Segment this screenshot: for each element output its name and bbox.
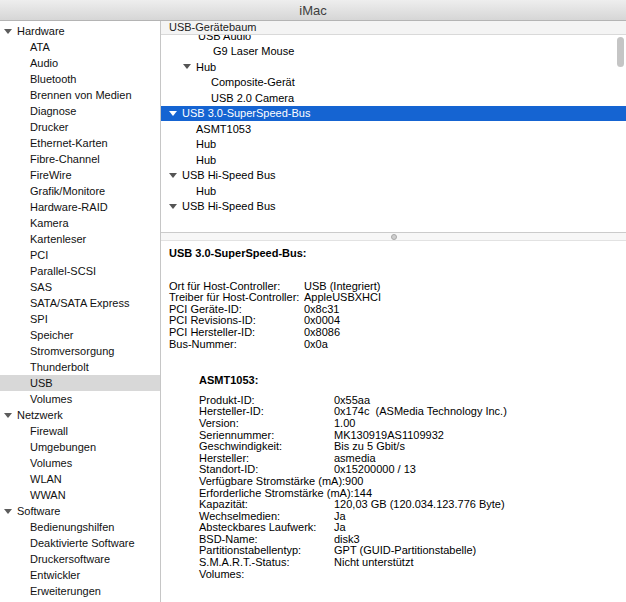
property-label: Volumes:	[199, 569, 334, 581]
sidebar-item-ethernet-karten[interactable]: Ethernet-Karten	[0, 135, 160, 151]
tree-row-label: Hub	[196, 138, 216, 150]
sidebar-item-spi[interactable]: SPI	[0, 311, 160, 327]
tree-row-label: ASMT1053	[196, 123, 251, 135]
sidebar-item-firewall[interactable]: Firewall	[0, 423, 160, 439]
disclosure-triangle-icon[interactable]	[183, 64, 191, 69]
property-label: Geschwindigkeit:	[199, 441, 334, 453]
tree-row-usb-audio[interactable]: USB Audio	[161, 35, 626, 44]
sidebar-item-ata[interactable]: ATA	[0, 39, 160, 55]
system-information-window: iMac Hardware ATA Audio Bluetooth Brenne…	[0, 0, 626, 602]
property-row: Verfügbare Stromstärke (mA): 900	[169, 476, 626, 488]
main-content: USB-Gerätebaum USB Audio G9 Laser Mouse …	[161, 21, 626, 602]
property-label: Bus-Nummer:	[169, 339, 304, 351]
tree-row-usb-hi-speed-bus-1[interactable]: USB Hi-Speed Bus	[161, 168, 626, 184]
property-row: Version: 1.00	[169, 418, 626, 430]
sidebar-item-drucker[interactable]: Drucker	[0, 119, 160, 135]
tree-row-usb-3-0-superspeed-bus[interactable]: USB 3.0-SuperSpeed-Bus	[161, 106, 626, 122]
sidebar-item-druckersoftware[interactable]: Druckersoftware	[0, 551, 160, 567]
disclosure-triangle-icon[interactable]	[4, 509, 12, 514]
sidebar-item-firewire[interactable]: FireWire	[0, 167, 160, 183]
tree-row-usb-hi-speed-bus-2[interactable]: USB Hi-Speed Bus	[161, 199, 626, 215]
sidebar-item-bedienungshilfen[interactable]: Bedienungshilfen	[0, 519, 160, 535]
tree-row-asmt1053[interactable]: ASMT1053	[161, 121, 626, 137]
property-label: PCI Hersteller-ID:	[169, 327, 304, 339]
tree-header: USB-Gerätebaum	[161, 21, 626, 35]
splitter-knob[interactable]	[391, 234, 397, 240]
scrollbar-thumb[interactable]	[617, 37, 624, 67]
sidebar-section-hardware[interactable]: Hardware	[0, 23, 160, 39]
disclosure-triangle-icon[interactable]	[169, 111, 177, 116]
sidebar-item-bluetooth[interactable]: Bluetooth	[0, 71, 160, 87]
pane-splitter[interactable]	[161, 232, 626, 241]
property-value: Nicht unterstützt	[334, 557, 413, 569]
property-label: S.M.A.R.T.-Status:	[199, 557, 334, 569]
property-row: Bus-Nummer: 0x0a	[169, 339, 626, 351]
window-title: iMac	[299, 3, 326, 18]
details-pane: USB 3.0-SuperSpeed-Bus: Ort für Host-Con…	[161, 241, 626, 602]
tree-row-hub-3[interactable]: Hub	[161, 152, 626, 168]
property-row: Geschwindigkeit: Bis zu 5 Gbit/s	[169, 441, 626, 453]
tree-header-label: USB-Gerätebaum	[169, 21, 256, 33]
sidebar-item-hardware-raid[interactable]: Hardware-RAID	[0, 199, 160, 215]
tree-scrollbar[interactable]	[617, 37, 624, 97]
property-row: PCI Hersteller-ID: 0x8086	[169, 327, 626, 339]
sidebar-item-kamera[interactable]: Kamera	[0, 215, 160, 231]
tree-row-hub-2[interactable]: Hub	[161, 137, 626, 153]
sidebar-item-speicher[interactable]: Speicher	[0, 327, 160, 343]
tree-row-label: USB Hi-Speed Bus	[182, 200, 276, 212]
disclosure-triangle-icon[interactable]	[169, 173, 177, 178]
sidebar-section-netzwerk[interactable]: Netzwerk	[0, 407, 160, 423]
sidebar-item-erweiterungen[interactable]: Erweiterungen	[0, 583, 160, 599]
sidebar-item-sata-sata-express[interactable]: SATA/SATA Express	[0, 295, 160, 311]
details-title: USB 3.0-SuperSpeed-Bus:	[169, 248, 626, 260]
sidebar-item-stromversorgung[interactable]: Stromversorgung	[0, 343, 160, 359]
tree-rows: USB Audio G9 Laser Mouse Hub Composite-G…	[161, 35, 626, 232]
sidebar-item-usb[interactable]: USB	[0, 375, 160, 391]
device-properties: Produkt-ID: 0x55aa Hersteller-ID: 0x174c…	[169, 395, 626, 581]
sidebar-item-brennen-von-medien[interactable]: Brennen von Medien	[0, 87, 160, 103]
tree-row-label: Hub	[196, 61, 216, 73]
sidebar-item-thunderbolt[interactable]: Thunderbolt	[0, 359, 160, 375]
tree-row-usb-2-0-camera[interactable]: USB 2.0 Camera	[161, 90, 626, 106]
disclosure-triangle-icon[interactable]	[4, 413, 12, 418]
disclosure-triangle-icon[interactable]	[169, 204, 177, 209]
bus-properties: Ort für Host-Controller: USB (Integriert…	[169, 281, 626, 351]
sidebar-section-label: Hardware	[17, 25, 65, 37]
sidebar-item-pci[interactable]: PCI	[0, 247, 160, 263]
tree-row-g9-laser-mouse[interactable]: G9 Laser Mouse	[161, 44, 626, 60]
sidebar-item-sas[interactable]: SAS	[0, 279, 160, 295]
title-bar[interactable]: iMac	[0, 0, 626, 21]
sidebar-item-audio[interactable]: Audio	[0, 55, 160, 71]
sidebar-item-wwan[interactable]: WWAN	[0, 487, 160, 503]
sidebar-item-volumes-netzwerk[interactable]: Volumes	[0, 455, 160, 471]
property-row: Kapazität: 120,03 GB (120.034.123.776 By…	[169, 499, 626, 511]
sidebar-item-grafik-monitore[interactable]: Grafik/Monitore	[0, 183, 160, 199]
tree-row-label: Composite-Gerät	[211, 76, 295, 88]
sidebar-item-parallel-scsi[interactable]: Parallel-SCSI	[0, 263, 160, 279]
property-value: 1.00	[334, 418, 355, 430]
sidebar-item-umgebungen[interactable]: Umgebungen	[0, 439, 160, 455]
sidebar: Hardware ATA Audio Bluetooth Brennen von…	[0, 21, 161, 602]
sidebar-item-entwickler[interactable]: Entwickler	[0, 567, 160, 583]
sidebar-item-kartenleser[interactable]: Kartenleser	[0, 231, 160, 247]
sidebar-item-fibre-channel[interactable]: Fibre-Channel	[0, 151, 160, 167]
disclosure-triangle-icon[interactable]	[4, 29, 12, 34]
property-label: Verfügbare Stromstärke (mA):	[199, 476, 345, 488]
sidebar-item-volumes-hardware[interactable]: Volumes	[0, 391, 160, 407]
tree-row-hub-1[interactable]: Hub	[161, 59, 626, 75]
property-value: Bis zu 5 Gbit/s	[334, 441, 405, 453]
sidebar-item-diagnose[interactable]: Diagnose	[0, 103, 160, 119]
tree-row-composite-geraet[interactable]: Composite-Gerät	[161, 75, 626, 91]
sidebar-item-deaktivierte-software[interactable]: Deaktivierte Software	[0, 535, 160, 551]
device-title: ASMT1053:	[169, 375, 626, 387]
sidebar-section-software[interactable]: Software	[0, 503, 160, 519]
property-value: 0x174c (ASMedia Technology Inc.)	[334, 406, 507, 418]
sidebar-section-label: Software	[17, 505, 60, 517]
tree-row-label: USB Audio	[198, 35, 251, 42]
tree-row-label: Hub	[196, 185, 216, 197]
sidebar-item-wlan[interactable]: WLAN	[0, 471, 160, 487]
tree-row-label: Hub	[196, 154, 216, 166]
property-value: 120,03 GB (120.034.123.776 Byte)	[334, 499, 505, 511]
tree-row-hub-4[interactable]: Hub	[161, 183, 626, 199]
tree-row-label: USB 3.0-SuperSpeed-Bus	[182, 107, 310, 119]
